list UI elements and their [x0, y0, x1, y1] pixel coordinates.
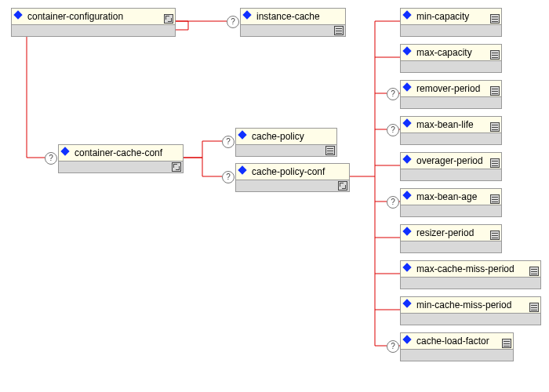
- node-cache-load-factor[interactable]: cache-load-factor: [400, 332, 514, 361]
- node-body: [59, 162, 183, 172]
- lines-icon: [490, 194, 500, 204]
- diamond-icon: [402, 227, 411, 235]
- node-head: container-configuration: [12, 9, 175, 25]
- diamond-icon: [13, 10, 22, 19]
- node-container-configuration[interactable]: container-configuration: [11, 8, 176, 37]
- node-label: container-cache-conf: [75, 147, 162, 158]
- optional-marker: ?: [387, 340, 399, 353]
- node-head: container-cache-conf: [59, 145, 183, 162]
- diamond-icon: [402, 263, 411, 271]
- node-min-capacity[interactable]: min-capacity: [400, 8, 502, 37]
- optional-marker: ?: [227, 16, 239, 28]
- node-body: [12, 25, 175, 36]
- lines-icon: [529, 267, 539, 276]
- lines-icon: [325, 146, 335, 155]
- node-body: [236, 180, 349, 191]
- diamond-icon: [402, 299, 411, 307]
- diamond-icon: [402, 46, 411, 55]
- node-label: resizer-period: [416, 227, 474, 238]
- node-label: container-configuration: [27, 11, 123, 22]
- diamond-icon: [402, 118, 411, 127]
- node-max-cache-miss-period[interactable]: max-cache-miss-period: [400, 260, 541, 289]
- node-instance-cache[interactable]: instance-cache: [240, 8, 346, 37]
- diamond-icon: [60, 147, 69, 155]
- optional-marker: ?: [387, 196, 399, 209]
- node-label: min-capacity: [416, 11, 469, 22]
- expand-icon[interactable]: [172, 162, 181, 172]
- node-label: overager-period: [416, 155, 483, 166]
- optional-marker: ?: [222, 171, 235, 183]
- diamond-icon: [402, 82, 411, 91]
- node-body: [241, 25, 345, 36]
- diamond-icon: [402, 335, 411, 343]
- node-label: max-bean-life: [416, 119, 474, 130]
- optional-marker: ?: [45, 152, 57, 165]
- lines-icon: [502, 339, 511, 348]
- lines-icon: [490, 122, 500, 132]
- node-label: cache-load-factor: [416, 336, 489, 347]
- optional-marker: ?: [387, 88, 399, 100]
- optional-marker: ?: [222, 136, 235, 148]
- diamond-icon: [402, 10, 411, 19]
- expand-icon[interactable]: [164, 14, 173, 24]
- diamond-icon: [238, 165, 246, 174]
- optional-marker: ?: [387, 124, 399, 136]
- lines-icon: [490, 158, 500, 168]
- expand-icon[interactable]: [338, 181, 347, 191]
- node-label: cache-policy: [252, 131, 304, 142]
- node-body: [236, 145, 336, 156]
- node-head: instance-cache: [241, 9, 345, 25]
- lines-icon: [490, 14, 500, 24]
- node-max-capacity[interactable]: max-capacity: [400, 44, 502, 73]
- node-label: remover-period: [416, 83, 480, 94]
- node-min-cache-miss-period[interactable]: min-cache-miss-period: [400, 296, 541, 325]
- node-label: instance-cache: [256, 11, 320, 22]
- node-head: cache-policy: [236, 129, 336, 145]
- node-label: max-cache-miss-period: [416, 263, 514, 274]
- diamond-icon: [238, 130, 246, 139]
- node-cache-policy[interactable]: cache-policy: [235, 128, 337, 157]
- node-label: max-bean-age: [416, 191, 477, 202]
- lines-icon: [490, 86, 500, 96]
- diamond-icon: [242, 10, 251, 19]
- node-resizer-period[interactable]: resizer-period: [400, 224, 502, 253]
- lines-icon: [490, 230, 500, 240]
- diamond-icon: [402, 191, 411, 199]
- node-container-cache-conf[interactable]: container-cache-conf: [58, 144, 184, 173]
- node-head: cache-policy-conf: [236, 164, 349, 180]
- node-label: min-cache-miss-period: [416, 299, 511, 310]
- node-label: max-capacity: [416, 47, 472, 58]
- node-cache-policy-conf[interactable]: cache-policy-conf: [235, 163, 350, 192]
- node-max-bean-age[interactable]: max-bean-age: [400, 188, 502, 217]
- lines-icon: [334, 26, 344, 35]
- lines-icon: [529, 303, 539, 312]
- lines-icon: [490, 50, 500, 60]
- node-remover-period[interactable]: remover-period: [400, 80, 502, 109]
- diamond-icon: [402, 154, 411, 163]
- node-label: cache-policy-conf: [252, 166, 325, 177]
- node-max-bean-life[interactable]: max-bean-life: [400, 116, 502, 145]
- node-overager-period[interactable]: overager-period: [400, 152, 502, 181]
